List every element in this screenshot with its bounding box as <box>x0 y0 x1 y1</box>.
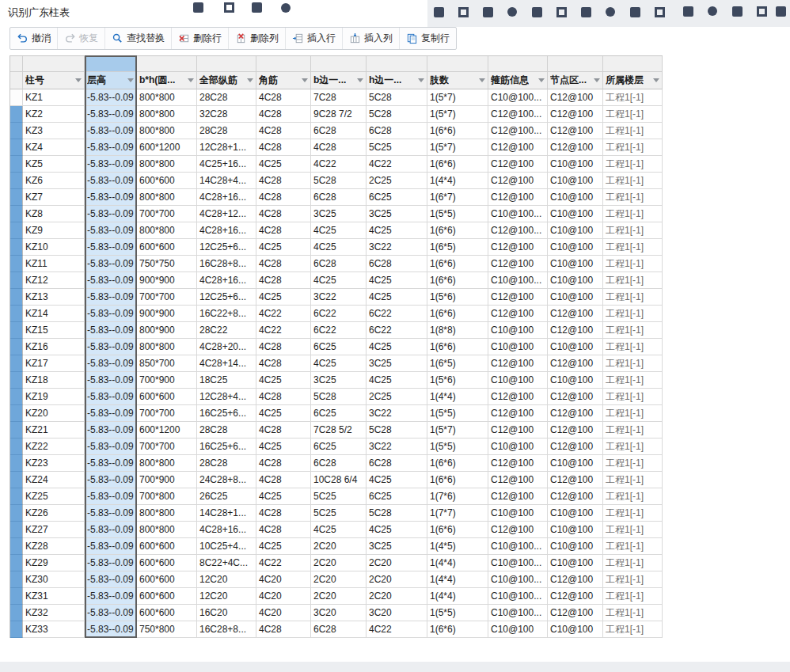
cell[interactable]: C10@100 <box>488 339 548 355</box>
cell[interactable]: KZ26 <box>23 505 85 522</box>
cell[interactable]: 18C25 <box>197 372 256 389</box>
cell[interactable]: 4C28+12... <box>197 206 256 222</box>
cell[interactable]: 12C25+6... <box>197 239 256 256</box>
cell[interactable]: 1(6*6) <box>427 272 488 289</box>
cell[interactable]: 2C25 <box>367 173 427 189</box>
chevron-down-icon[interactable] <box>653 78 659 82</box>
cell[interactable]: C12@100 <box>548 123 603 139</box>
row-selector[interactable] <box>10 522 23 538</box>
cell[interactable]: 700*900 <box>137 372 197 389</box>
cell[interactable]: 4C28 <box>256 123 311 139</box>
cell[interactable]: -5.83--0.09 <box>85 272 137 289</box>
cell[interactable]: 4C28 <box>256 256 311 272</box>
cell[interactable]: 工程1[-1] <box>603 256 663 272</box>
column-header[interactable]: 节点区... <box>548 72 603 89</box>
cell[interactable]: 3C25 <box>367 355 427 372</box>
cell[interactable]: C12@100 <box>548 571 603 588</box>
cell[interactable]: 6C25 <box>311 405 367 422</box>
cell[interactable]: -5.83--0.09 <box>85 156 137 173</box>
row-selector[interactable] <box>10 621 23 638</box>
cell[interactable]: 工程1[-1] <box>603 173 663 189</box>
cell[interactable]: -5.83--0.09 <box>85 189 137 206</box>
cell[interactable]: 700*900 <box>137 472 197 488</box>
cell[interactable]: 3C25 <box>311 206 367 222</box>
cell[interactable]: 800*800 <box>137 106 197 123</box>
cell[interactable]: 工程1[-1] <box>603 272 663 289</box>
cell[interactable]: 28C28 <box>197 89 256 106</box>
cell[interactable]: 700*700 <box>137 206 197 222</box>
cell[interactable]: 3C20 <box>367 605 427 621</box>
chevron-down-icon[interactable] <box>188 78 194 82</box>
cell[interactable]: 800*800 <box>137 339 197 355</box>
cell[interactable]: C12@100 <box>548 422 603 439</box>
cell[interactable]: 800*900 <box>137 322 197 339</box>
cell[interactable]: 2C20 <box>367 571 427 588</box>
cell[interactable]: 12C25+6... <box>197 289 256 306</box>
cell[interactable]: 3C22 <box>367 405 427 422</box>
row-selector[interactable] <box>10 372 23 389</box>
cell[interactable]: 28C28 <box>197 455 256 472</box>
cell[interactable]: -5.83--0.09 <box>85 555 137 571</box>
cell[interactable]: 9C28 7/2 <box>311 106 367 123</box>
cell[interactable]: 2C20 <box>311 571 367 588</box>
cell[interactable]: C12@100 <box>548 605 603 621</box>
cell[interactable]: 600*600 <box>137 605 197 621</box>
cell[interactable]: C12@100 <box>548 405 603 422</box>
row-selector[interactable] <box>10 239 23 256</box>
cell[interactable]: 2C20 <box>311 538 367 555</box>
cell[interactable]: 6C28 <box>311 256 367 272</box>
cell[interactable]: C10@100 <box>488 439 548 455</box>
cell[interactable]: 4C28 <box>256 339 311 355</box>
cell[interactable]: 3C22 <box>367 239 427 256</box>
column-selector-11[interactable] <box>603 56 663 72</box>
cell[interactable]: 4C28 <box>256 139 311 156</box>
cell[interactable]: -5.83--0.09 <box>85 89 137 106</box>
cell[interactable]: 工程1[-1] <box>603 106 663 123</box>
column-selector-5[interactable] <box>256 56 311 72</box>
cell[interactable]: 2C20 <box>367 555 427 571</box>
cell[interactable]: 800*800 <box>137 156 197 173</box>
cell[interactable]: KZ3 <box>23 123 85 139</box>
cell[interactable]: 16C25+6... <box>197 405 256 422</box>
cell[interactable]: C12@100 <box>488 455 548 472</box>
cell[interactable]: 4C28+20... <box>197 339 256 355</box>
cell[interactable]: C10@100... <box>488 571 548 588</box>
cell[interactable]: 1(5*7) <box>427 106 488 123</box>
cell[interactable]: 工程1[-1] <box>603 621 663 638</box>
cell[interactable]: 工程1[-1] <box>603 505 663 522</box>
cell[interactable]: 600*600 <box>137 588 197 605</box>
cell[interactable]: -5.83--0.09 <box>85 389 137 405</box>
cell[interactable]: KZ33 <box>23 621 85 638</box>
cell[interactable]: 16C28+8... <box>197 621 256 638</box>
cell[interactable]: 1(5*7) <box>427 89 488 106</box>
cell[interactable]: C12@100 <box>548 472 603 488</box>
cell[interactable]: 4C28+16... <box>197 189 256 206</box>
chevron-down-icon[interactable] <box>594 78 600 82</box>
chevron-down-icon[interactable] <box>75 78 82 82</box>
cell[interactable]: C10@100... <box>488 588 548 605</box>
cell[interactable]: 4C22 <box>256 322 311 339</box>
cell[interactable]: 6C22 <box>311 322 367 339</box>
cell[interactable]: -5.83--0.09 <box>85 588 137 605</box>
column-header[interactable]: 柱号 <box>23 72 85 89</box>
cell[interactable]: 800*800 <box>137 189 197 206</box>
cell[interactable]: 工程1[-1] <box>603 405 663 422</box>
cell[interactable]: C12@100 <box>548 89 603 106</box>
cell[interactable]: 3C22 <box>311 289 367 306</box>
cell[interactable]: 4C28 <box>256 455 311 472</box>
cell[interactable]: 4C22 <box>367 621 427 638</box>
cell[interactable]: 6C28 <box>311 189 367 206</box>
cell[interactable]: C12@100 <box>488 355 548 372</box>
cell[interactable]: C12@100 <box>488 156 548 173</box>
cell[interactable]: 1(5*6) <box>427 289 488 306</box>
cell[interactable]: 6C25 <box>311 439 367 455</box>
cell[interactable]: 700*800 <box>137 488 197 505</box>
row-selector[interactable] <box>10 272 23 289</box>
cell[interactable]: 5C28 <box>311 389 367 405</box>
row-selector[interactable] <box>10 123 23 139</box>
cell[interactable]: 800*800 <box>137 222 197 239</box>
cell[interactable]: 4C20 <box>256 588 311 605</box>
cell[interactable]: 28C28 <box>197 123 256 139</box>
row-selector[interactable] <box>10 405 23 422</box>
cell[interactable]: 4C20 <box>256 571 311 588</box>
